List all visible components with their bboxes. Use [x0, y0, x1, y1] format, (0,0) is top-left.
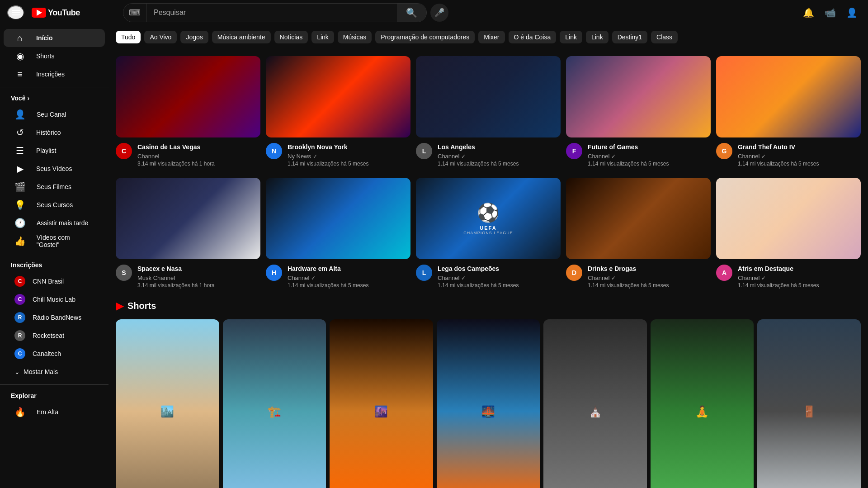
- short-card-2[interactable]: 🌆: [330, 319, 433, 488]
- voce-section[interactable]: Você ›: [0, 91, 108, 105]
- filter-chip-jogos[interactable]: Jogos: [180, 31, 208, 43]
- video-stats: 1.14 mi visualizações há 5 meses: [438, 161, 561, 167]
- subscriptions-icon: ≡: [14, 69, 25, 80]
- filter-chip-músicas[interactable]: Músicas: [338, 31, 372, 43]
- short-card-6[interactable]: 🚪: [757, 319, 861, 488]
- thumb-placeholder: [266, 56, 410, 137]
- filter-chip-programação-de-computadores[interactable]: Programação de computadores: [375, 31, 475, 43]
- sidebar-item-assistir[interactable]: 🕐 Assistir mais tarde: [4, 214, 105, 232]
- header-center: ⌨ 🔍 🎤: [123, 3, 448, 22]
- video-card[interactable]: N Brooklyn Nova York Ny News ✓ 1.14 mi v…: [266, 56, 410, 167]
- video-title: Hardware em Alta: [288, 265, 410, 273]
- filter-chip-tudo[interactable]: Tudo: [116, 31, 141, 43]
- short-card-5[interactable]: 🧘: [651, 319, 754, 488]
- video-card[interactable]: D Drinks e Drogas Channel ✓ 1.14 mi visu…: [566, 178, 711, 289]
- video-info: D Drinks e Drogas Channel ✓ 1.14 mi visu…: [566, 265, 711, 289]
- sidebar-item-historico[interactable]: ↺ Histórico: [4, 123, 105, 142]
- sidebar-item-seus-cursos[interactable]: 💡 Seus Cursos: [4, 196, 105, 214]
- video-card[interactable]: G Grand Thef Auto IV Channel ✓ 1.14 mi v…: [716, 56, 861, 167]
- short-card-4[interactable]: ⛪: [543, 319, 647, 488]
- video-stats: 1.14 mi visualizações há 5 meses: [738, 161, 861, 167]
- subscription-canaltech[interactable]: C Canaltech: [4, 345, 105, 363]
- video-thumbnail: [116, 178, 260, 259]
- video-title: Drinks e Drogas: [588, 265, 711, 273]
- channel-avatar: F: [566, 143, 582, 159]
- sidebar-item-em-alta[interactable]: 🔥 Em Alta: [4, 403, 105, 421]
- filter-bar: TudoAo VivoJogosMúsica ambienteNotíciasL…: [108, 25, 868, 49]
- channel-name: Channel ✓: [438, 275, 561, 281]
- thumb-placeholder: [566, 178, 711, 259]
- subscription-cnn[interactable]: C CNN Brasil: [4, 272, 105, 290]
- video-card[interactable]: S Spacex e Nasa Musk Channel 3.14 mil vi…: [116, 178, 260, 289]
- filter-chip-música-ambiente[interactable]: Música ambiente: [212, 31, 271, 43]
- short-card-0[interactable]: 🏙️: [116, 319, 219, 488]
- video-card[interactable]: ⚽UEFACHAMPIONS LEAGUE L Lega dos Campeõe…: [416, 178, 561, 289]
- filter-chip-destiny1[interactable]: Destiny1: [612, 31, 647, 43]
- filter-chip-link[interactable]: Link: [560, 31, 582, 43]
- logo-play-icon: [37, 9, 42, 16]
- sidebar-item-shorts[interactable]: ◉ Shorts: [4, 47, 105, 65]
- menu-button[interactable]: [7, 5, 24, 20]
- sidebar-item-seus-videos[interactable]: ▶ Seus Vídeos: [4, 160, 105, 178]
- shorts-title: Shorts: [127, 301, 156, 311]
- channel-name: Channel: [137, 153, 260, 160]
- sidebar-item-seus-filmes[interactable]: 🎬 Seus Filmes: [4, 178, 105, 196]
- video-card[interactable]: L Los Angeles Channel ✓ 1.14 mi visualiz…: [416, 56, 561, 167]
- verified-icon: ✓: [313, 153, 317, 160]
- band-avatar: R: [14, 312, 25, 323]
- filter-chip-o-é-da-coisa[interactable]: O é da Coisa: [509, 31, 557, 43]
- short-card-1[interactable]: 🏗️: [223, 319, 326, 488]
- champions-subtitle: CHAMPIONS LEAGUE: [463, 231, 513, 235]
- filter-chip-class[interactable]: Class: [651, 31, 678, 43]
- divider-3: [0, 384, 108, 385]
- mostar-mais-button[interactable]: ⌄ Mostar Mais: [4, 363, 105, 381]
- sidebar-item-inicio[interactable]: ⌂ Início: [4, 29, 105, 47]
- account-button[interactable]: 👤: [843, 4, 861, 22]
- video-title: Brooklyn Nova York: [288, 143, 410, 151]
- sidebar-item-seu-canal[interactable]: 👤 Seu Canal: [4, 105, 105, 123]
- filter-chip-mixer[interactable]: Mixer: [478, 31, 505, 43]
- video-card[interactable]: H Hardware em Alta Channel ✓ 1.14 mi vis…: [266, 178, 410, 289]
- channel-name: Musk Channel: [137, 275, 260, 281]
- sidebar-label-liked: Vídeos com "Gostei": [37, 234, 94, 248]
- thumb-placeholder: [266, 178, 410, 259]
- mic-button[interactable]: 🎤: [430, 4, 448, 22]
- short-card-3[interactable]: 🌉: [437, 319, 540, 488]
- video-meta: Future of Games Channel ✓ 1.14 mi visual…: [588, 143, 711, 167]
- sidebar: ⌂ Início ◉ Shorts ≡ Inscrições Você › 👤 …: [0, 25, 108, 488]
- keyboard-icon[interactable]: ⌨: [123, 4, 146, 22]
- filter-chip-link[interactable]: Link: [586, 31, 609, 43]
- rocket-avatar: R: [14, 330, 25, 341]
- sidebar-label-inicio: Início: [36, 34, 53, 42]
- thumb-placeholder: [716, 178, 861, 259]
- sidebar-label-seus-filmes: Seus Filmes: [37, 183, 71, 190]
- trending-icon: 🔥: [14, 407, 26, 417]
- sidebar-item-playlist[interactable]: ☰ Playlist: [4, 142, 105, 160]
- subscription-chill[interactable]: C Chill Music Lab: [4, 290, 105, 308]
- sidebar-item-inscricoes[interactable]: ≡ Inscrições: [4, 65, 105, 83]
- video-card[interactable]: A Atris em Destaque Channel ✓ 1.14 mi vi…: [716, 178, 861, 289]
- header: YouTube ⌨ 🔍 🎤 🔔 📹 👤: [0, 0, 868, 25]
- video-camera-button[interactable]: 📹: [821, 4, 839, 22]
- subscription-rocketseat[interactable]: R Rocketseat: [4, 327, 105, 345]
- sidebar-label-assistir: Assistir mais tarde: [37, 219, 88, 227]
- short-thumb-placeholder: 🏙️: [116, 319, 219, 488]
- video-card[interactable]: F Future of Games Channel ✓ 1.14 mi visu…: [566, 56, 711, 167]
- sidebar-label-seus-cursos: Seus Cursos: [37, 201, 73, 208]
- filter-chip-link[interactable]: Link: [311, 31, 334, 43]
- channel-avatar: A: [716, 265, 732, 281]
- sidebar-item-liked[interactable]: 👍 Vídeos com "Gostei": [4, 232, 105, 250]
- youtube-logo[interactable]: YouTube: [32, 8, 80, 18]
- filter-chip-ao-vivo[interactable]: Ao Vivo: [144, 31, 177, 43]
- notifications-button[interactable]: 🔔: [799, 4, 817, 22]
- filter-chip-notícias[interactable]: Notícias: [274, 31, 308, 43]
- video-card[interactable]: C Casino de Las Vegas Channel 3.14 mil v…: [116, 56, 260, 167]
- subscription-band[interactable]: R Rádio BandNews: [4, 308, 105, 327]
- video-title: Casino de Las Vegas: [137, 143, 260, 151]
- inscricoes-section-label: Inscrições: [0, 258, 108, 272]
- short-thumb-placeholder: 🌉: [437, 319, 540, 488]
- video-stats: 1.14 mi visualizações há 5 meses: [588, 161, 711, 167]
- search-button[interactable]: 🔍: [397, 4, 426, 22]
- search-input[interactable]: [146, 4, 397, 22]
- channel-name: Channel ✓: [438, 153, 561, 160]
